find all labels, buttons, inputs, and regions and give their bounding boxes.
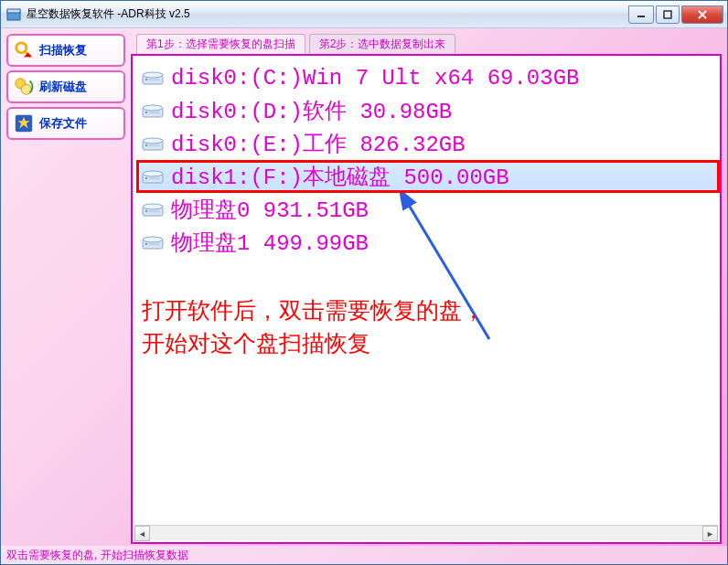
disk-row[interactable]: disk0:(E:)工作 826.32GB [136, 127, 720, 160]
disk-label: disk1:(F:)本地磁盘 500.00GB [171, 162, 509, 191]
minimize-button[interactable] [628, 5, 654, 24]
disk-panel: disk0:(C:)Win 7 Ult x64 69.03GBdisk0:(D:… [131, 54, 722, 544]
drive-icon [142, 234, 164, 251]
svg-point-30 [145, 210, 148, 213]
window-title: 星空数据恢复软件 -ADR科技 v2.5 [27, 6, 626, 22]
drive-icon [142, 168, 164, 185]
disk-row[interactable]: 物理盘0 931.51GB [136, 193, 720, 226]
svg-rect-31 [149, 210, 160, 213]
svg-point-6 [16, 43, 27, 53]
app-icon [6, 7, 21, 22]
close-button[interactable] [681, 5, 723, 24]
window-controls [626, 5, 723, 24]
svg-point-17 [143, 105, 163, 111]
status-bar: 双击需要恢复的盘, 开始扫描恢复数据 [1, 546, 727, 564]
disk-label: disk0:(C:)Win 7 Ult x64 69.03GB [171, 66, 579, 91]
svg-rect-23 [149, 144, 160, 147]
main-row: 扫描恢复 刷新磁盘 保存文件 第1步：选择需要恢复的盘扫描 第2步：选中数据复制… [1, 28, 727, 546]
scan-recover-button[interactable]: 扫描恢复 [6, 34, 125, 67]
save-file-button[interactable]: 保存文件 [6, 107, 125, 140]
disk-row[interactable]: disk1:(F:)本地磁盘 500.00GB [136, 160, 720, 193]
drive-icon [142, 201, 164, 218]
annotation-line1: 打开软件后，双击需要恢复的盘， [142, 293, 485, 326]
refresh-disk-button[interactable]: 刷新磁盘 [6, 70, 125, 103]
refresh-icon [14, 77, 34, 97]
svg-point-29 [143, 204, 163, 209]
svg-point-33 [143, 237, 163, 242]
tab-step2[interactable]: 第2步：选中数据复制出来 [309, 34, 456, 54]
sidebar: 扫描恢复 刷新磁盘 保存文件 [6, 34, 125, 544]
svg-point-22 [145, 144, 148, 147]
svg-point-14 [145, 79, 148, 81]
annotation-line2: 开始对这个盘扫描恢复 [142, 326, 485, 359]
tab-strip: 第1步：选择需要恢复的盘扫描 第2步：选中数据复制出来 [131, 34, 722, 54]
svg-point-34 [145, 243, 148, 246]
scroll-track[interactable] [150, 526, 702, 540]
tab-step1[interactable]: 第1步：选择需要恢复的盘扫描 [136, 34, 305, 54]
magnifier-arrow-icon [14, 40, 34, 60]
disk-label: 物理盘0 931.51GB [171, 195, 369, 224]
refresh-disk-label: 刷新磁盘 [39, 79, 87, 95]
svg-rect-19 [149, 112, 160, 114]
right-pane: 第1步：选择需要恢复的盘扫描 第2步：选中数据复制出来 disk0:(C:)Wi… [131, 34, 722, 544]
app-window: 星空数据恢复软件 -ADR科技 v2.5 扫描恢复 刷新磁盘 保存文件 [0, 0, 728, 565]
svg-point-18 [145, 112, 148, 114]
svg-rect-3 [664, 11, 671, 18]
svg-rect-15 [149, 79, 160, 81]
svg-rect-35 [149, 243, 160, 246]
client-area: 扫描恢复 刷新磁盘 保存文件 第1步：选择需要恢复的盘扫描 第2步：选中数据复制… [1, 28, 727, 564]
disk-row[interactable]: disk0:(C:)Win 7 Ult x64 69.03GB [136, 61, 720, 94]
disk-label: 物理盘1 499.99GB [171, 228, 369, 257]
drive-icon [142, 135, 164, 152]
svg-point-26 [145, 177, 148, 180]
svg-point-25 [143, 171, 163, 176]
scroll-right-button[interactable]: ► [702, 526, 718, 541]
scan-recover-label: 扫描恢复 [39, 42, 87, 59]
svg-point-21 [143, 138, 163, 144]
maximize-button[interactable] [656, 5, 680, 24]
disk-row[interactable]: 物理盘1 499.99GB [136, 226, 720, 259]
svg-rect-1 [7, 9, 20, 13]
disk-label: disk0:(D:)软件 30.98GB [171, 96, 452, 125]
svg-point-13 [143, 72, 163, 78]
disk-label: disk0:(E:)工作 826.32GB [171, 129, 466, 158]
svg-rect-27 [149, 177, 160, 180]
instruction-annotation: 打开软件后，双击需要恢复的盘， 开始对这个盘扫描恢复 [142, 293, 485, 360]
drive-icon [142, 69, 164, 86]
save-icon [14, 113, 34, 133]
disk-row[interactable]: disk0:(D:)软件 30.98GB [136, 94, 720, 127]
title-bar[interactable]: 星空数据恢复软件 -ADR科技 v2.5 [1, 1, 727, 28]
disk-list: disk0:(C:)Win 7 Ult x64 69.03GBdisk0:(D:… [133, 56, 720, 259]
horizontal-scrollbar[interactable]: ◄ ► [134, 525, 718, 540]
save-file-label: 保存文件 [39, 115, 87, 132]
drive-icon [142, 102, 164, 119]
scroll-left-button[interactable]: ◄ [134, 526, 150, 541]
